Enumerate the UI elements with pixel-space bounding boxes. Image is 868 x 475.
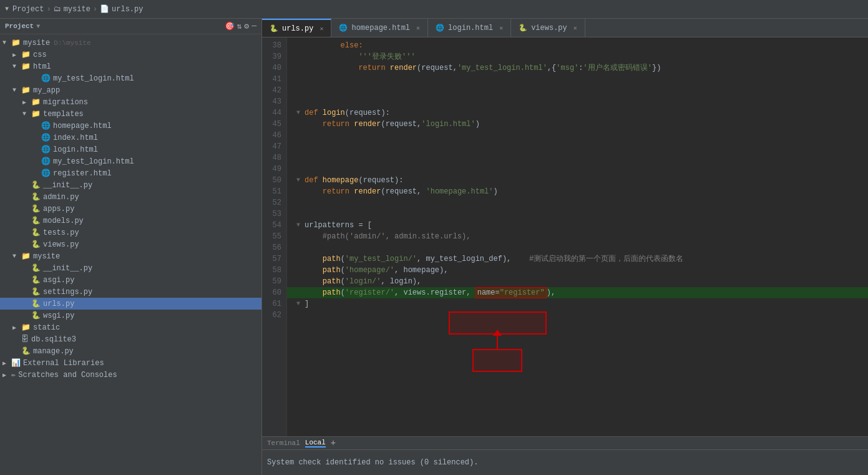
project-icon: ▼ (5, 6, 9, 12)
code-line-56 (287, 242, 868, 253)
tab-icon-homepage-html: 🌐 (339, 24, 348, 32)
tree-item-external-libs[interactable]: ▶ 📊 External Libraries (0, 357, 261, 369)
py-icon-8: 🐍 (31, 275, 41, 285)
line-content-58: path('homepage/', homepage), (305, 265, 863, 276)
code-line-59: path('login/', login), (287, 276, 868, 287)
tab-views-py[interactable]: 🐍 views.py ✕ (511, 19, 585, 37)
tree-item-register-html[interactable]: 🌐 register.html (0, 167, 261, 179)
arrow-html: ▼ (12, 63, 21, 70)
line-content-60: path('register/', views.register, name="… (305, 287, 863, 298)
tab-close-views-py[interactable]: ✕ (573, 24, 577, 32)
fold-44: ▼ (292, 107, 305, 119)
html-icon-2: 🌐 (41, 121, 51, 130)
sidebar-dropdown-icon[interactable]: ▼ (36, 23, 40, 30)
code-line-46 (287, 130, 868, 141)
code-line-49 (287, 164, 868, 175)
tree-item-views-py[interactable]: 🐍 views.py (0, 238, 261, 250)
label-css: css (33, 51, 47, 59)
arrow-my-app: ▼ (12, 87, 21, 94)
tree-item-index-html[interactable]: 🌐 index.html (0, 132, 261, 144)
tree-item-db-sqlite3[interactable]: 🗄 db.sqlite3 (0, 333, 261, 345)
tree-item-css[interactable]: ▶ 📁 css (0, 49, 261, 61)
code-content[interactable]: else: '''登录失败''' return render(request,'… (287, 37, 868, 436)
tree-item-tests-py[interactable]: 🐍 tests.py (0, 227, 261, 238)
terminal-add-button[interactable]: + (331, 438, 336, 448)
label-homepage-html: homepage.html (53, 122, 112, 130)
tree-item-init2-py[interactable]: 🐍 __init__.py (0, 262, 261, 274)
label-apps-py: apps.py (43, 205, 74, 213)
tree-item-asgi-py[interactable]: 🐍 asgi.py (0, 274, 261, 286)
py-icon-2: 🐍 (31, 192, 41, 202)
tree-item-templates[interactable]: ▼ 📁 templates (0, 108, 261, 120)
tab-urls-py[interactable]: 🐍 urls.py ✕ (262, 19, 331, 37)
terminal-tab-local[interactable]: Local (305, 439, 326, 448)
tab-label-views-py: views.py (531, 24, 567, 32)
tab-label-login-html: login.html (448, 24, 493, 32)
tree-item-admin-py[interactable]: 🐍 admin.py (0, 191, 261, 203)
line-content-39: '''登录失败''' (305, 51, 863, 62)
label-my-test-login-html: my_test_login.html (53, 74, 134, 83)
label-my-test-login-html-2: my_test_login.html (53, 157, 134, 166)
terminal-label: Terminal (267, 439, 300, 447)
tab-bar: 🐍 urls.py ✕ 🌐 homepage.html ✕ 🌐 login.ht… (262, 19, 868, 37)
tree-item-my-test-login-html[interactable]: 🌐 my_test_login.html (0, 72, 261, 84)
folder-icon-mysite2: 📁 (21, 252, 31, 261)
label-models-py: models.py (43, 217, 84, 225)
breadcrumb-sep2: › (93, 5, 97, 14)
code-line-62 (287, 310, 868, 321)
tree-item-migrations[interactable]: ▶ 📁 migrations (0, 96, 261, 108)
label-settings-py: settings.py (43, 288, 92, 296)
tab-close-homepage-html[interactable]: ✕ (416, 24, 420, 32)
gear-icon[interactable]: ⚙ (244, 21, 249, 31)
tree-item-mysite-root[interactable]: ▼ 📁 mysite D:\mysite (0, 37, 261, 49)
arrow-external: ▶ (2, 360, 11, 367)
tree-item-mysite2[interactable]: ▼ 📁 mysite (0, 250, 261, 262)
tab-close-login-html[interactable]: ✕ (499, 24, 503, 32)
tree-item-models-py[interactable]: 🐍 models.py (0, 215, 261, 227)
tree-item-urls-py[interactable]: 🐍 urls.py (0, 298, 261, 310)
label-urls-py: urls.py (43, 300, 74, 308)
label-admin-py: admin.py (43, 193, 79, 202)
tree-item-init-py[interactable]: 🐍 __init__.py (0, 179, 261, 191)
tree-item-static[interactable]: ▶ 📁 static (0, 321, 261, 333)
label-views-py: views.py (43, 240, 79, 249)
mysite-path: D:\mysite (54, 39, 90, 47)
arrow-mysite: ▼ (2, 39, 11, 46)
tab-login-html[interactable]: 🌐 login.html ✕ (428, 19, 511, 37)
breadcrumb-file: urls.py (112, 5, 143, 14)
py-icon-12: 🐍 (21, 346, 31, 356)
sidebar-title: Project ▼ (5, 22, 40, 30)
db-icon: 🗄 (21, 335, 29, 344)
tab-close-urls-py[interactable]: ✕ (319, 25, 323, 32)
line-content-44: def login(request): (305, 107, 863, 119)
locate-icon[interactable]: 🎯 (225, 21, 235, 31)
breadcrumb: Project › 🗂 mysite › 📄 urls.py (12, 4, 143, 14)
sidebar-icons: 🎯 ⇅ ⚙ — (225, 21, 256, 31)
breadcrumb-mysite-label: mysite (64, 5, 90, 14)
tree-item-login-html[interactable]: 🌐 login.html (0, 144, 261, 155)
code-line-38: else: (287, 40, 868, 51)
tree-item-scratches[interactable]: ▶ ✏ Scratches and Consoles (0, 369, 261, 381)
minimize-icon[interactable]: — (251, 21, 256, 31)
tree-item-html[interactable]: ▼ 📁 html (0, 61, 261, 72)
bottom-panel: Terminal Local + System check identified… (262, 436, 868, 475)
sidebar-tree[interactable]: ▼ 📁 mysite D:\mysite ▶ 📁 css ▼ 📁 html (0, 34, 261, 475)
tree-item-my-test-login-html-2[interactable]: 🌐 my_test_login.html (0, 155, 261, 167)
tree-item-my-app[interactable]: ▼ 📁 my_app (0, 84, 261, 96)
tree-item-manage-py[interactable]: 🐍 manage.py (0, 345, 261, 357)
code-editor[interactable]: 3839404142 4344454647 4849505152 5354555… (262, 37, 868, 436)
line-content-59: path('login/', login), (305, 276, 863, 287)
tree-item-apps-py[interactable]: 🐍 apps.py (0, 203, 261, 215)
collapse-icon[interactable]: ⇅ (237, 21, 242, 31)
code-line-50: ▼ def homepage(request): (287, 175, 868, 186)
py-icon-6: 🐍 (31, 240, 41, 249)
tree-item-settings-py[interactable]: 🐍 settings.py (0, 286, 261, 298)
code-line-52 (287, 197, 868, 208)
code-line-58: path('homepage/', homepage), (287, 265, 868, 276)
code-line-53 (287, 208, 868, 220)
tree-item-homepage-html[interactable]: 🌐 homepage.html (0, 120, 261, 132)
tab-homepage-html[interactable]: 🌐 homepage.html ✕ (331, 19, 428, 37)
editor-area: 🐍 urls.py ✕ 🌐 homepage.html ✕ 🌐 login.ht… (262, 19, 868, 475)
terminal-tabs: Terminal Local + (262, 437, 868, 450)
tree-item-wsgi-py[interactable]: 🐍 wsgi.py (0, 310, 261, 321)
